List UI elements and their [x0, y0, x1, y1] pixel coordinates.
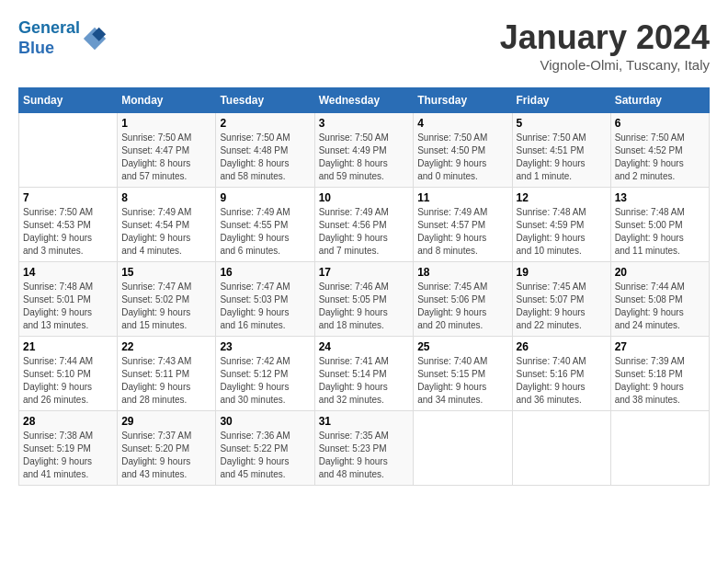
day-detail: Sunrise: 7:49 AM Sunset: 4:57 PM Dayligh… — [417, 206, 507, 258]
day-detail: Sunrise: 7:49 AM Sunset: 4:55 PM Dayligh… — [220, 206, 310, 258]
calendar-cell — [19, 113, 118, 188]
day-detail: Sunrise: 7:40 AM Sunset: 5:16 PM Dayligh… — [517, 355, 607, 407]
calendar-cell: 8Sunrise: 7:49 AM Sunset: 4:54 PM Daylig… — [118, 188, 216, 262]
calendar-week-row: 14Sunrise: 7:48 AM Sunset: 5:01 PM Dayli… — [19, 262, 710, 337]
day-number: 27 — [615, 340, 705, 353]
weekday-header-cell: Saturday — [610, 88, 709, 113]
logo: General Blue — [18, 18, 108, 58]
day-number: 3 — [319, 117, 410, 130]
day-detail: Sunrise: 7:44 AM Sunset: 5:10 PM Dayligh… — [23, 355, 113, 407]
day-number: 30 — [220, 415, 310, 428]
calendar-cell: 12Sunrise: 7:48 AM Sunset: 4:59 PM Dayli… — [512, 188, 610, 262]
calendar-cell: 22Sunrise: 7:43 AM Sunset: 5:11 PM Dayli… — [118, 337, 216, 411]
calendar-week-row: 28Sunrise: 7:38 AM Sunset: 5:19 PM Dayli… — [19, 411, 710, 486]
calendar-cell: 13Sunrise: 7:48 AM Sunset: 5:00 PM Dayli… — [610, 188, 709, 262]
calendar-cell: 6Sunrise: 7:50 AM Sunset: 4:52 PM Daylig… — [610, 113, 709, 188]
calendar-cell: 3Sunrise: 7:50 AM Sunset: 4:49 PM Daylig… — [314, 113, 414, 188]
day-number: 25 — [417, 340, 507, 353]
calendar-week-row: 21Sunrise: 7:44 AM Sunset: 5:10 PM Dayli… — [19, 337, 710, 411]
day-detail: Sunrise: 7:50 AM Sunset: 4:49 PM Dayligh… — [319, 132, 410, 183]
day-number: 23 — [220, 340, 310, 353]
day-detail: Sunrise: 7:36 AM Sunset: 5:22 PM Dayligh… — [220, 430, 310, 481]
calendar-cell: 28Sunrise: 7:38 AM Sunset: 5:19 PM Dayli… — [19, 411, 118, 486]
day-detail: Sunrise: 7:47 AM Sunset: 5:03 PM Dayligh… — [220, 281, 310, 332]
weekday-header-cell: Friday — [512, 88, 610, 113]
day-detail: Sunrise: 7:35 AM Sunset: 5:23 PM Dayligh… — [319, 430, 410, 481]
calendar-cell: 7Sunrise: 7:50 AM Sunset: 4:53 PM Daylig… — [19, 188, 118, 262]
day-number: 28 — [23, 415, 113, 428]
day-number: 29 — [121, 415, 211, 428]
calendar-week-row: 1Sunrise: 7:50 AM Sunset: 4:47 PM Daylig… — [19, 113, 710, 188]
day-detail: Sunrise: 7:48 AM Sunset: 4:59 PM Dayligh… — [517, 206, 607, 258]
day-number: 18 — [417, 266, 507, 279]
day-detail: Sunrise: 7:41 AM Sunset: 5:14 PM Dayligh… — [319, 355, 410, 407]
day-number: 26 — [517, 340, 607, 353]
calendar-cell: 31Sunrise: 7:35 AM Sunset: 5:23 PM Dayli… — [314, 411, 414, 486]
day-number: 17 — [319, 266, 410, 279]
svg-marker-0 — [84, 27, 106, 49]
day-number: 21 — [23, 340, 113, 353]
day-detail: Sunrise: 7:42 AM Sunset: 5:12 PM Dayligh… — [220, 355, 310, 407]
day-number: 19 — [517, 266, 607, 279]
location-subtitle: Vignole-Olmi, Tuscany, Italy — [500, 57, 710, 73]
day-detail: Sunrise: 7:50 AM Sunset: 4:53 PM Dayligh… — [23, 206, 113, 258]
day-number: 4 — [417, 117, 507, 130]
page-header: General Blue January 2024 Vignole-Olmi, … — [18, 18, 710, 73]
weekday-header-cell: Tuesday — [216, 88, 314, 113]
calendar-cell: 21Sunrise: 7:44 AM Sunset: 5:10 PM Dayli… — [19, 337, 118, 411]
calendar-cell: 10Sunrise: 7:49 AM Sunset: 4:56 PM Dayli… — [314, 188, 414, 262]
calendar-cell — [512, 411, 610, 486]
weekday-header-cell: Wednesday — [314, 88, 414, 113]
weekday-header-cell: Sunday — [19, 88, 118, 113]
calendar-cell: 19Sunrise: 7:45 AM Sunset: 5:07 PM Dayli… — [512, 262, 610, 337]
calendar-cell: 14Sunrise: 7:48 AM Sunset: 5:01 PM Dayli… — [19, 262, 118, 337]
day-number: 2 — [220, 117, 310, 130]
calendar-cell: 5Sunrise: 7:50 AM Sunset: 4:51 PM Daylig… — [512, 113, 610, 188]
calendar-cell: 24Sunrise: 7:41 AM Sunset: 5:14 PM Dayli… — [314, 337, 414, 411]
day-detail: Sunrise: 7:38 AM Sunset: 5:19 PM Dayligh… — [23, 430, 113, 481]
day-number: 13 — [615, 191, 705, 204]
calendar-cell: 23Sunrise: 7:42 AM Sunset: 5:12 PM Dayli… — [216, 337, 314, 411]
calendar-body: 1Sunrise: 7:50 AM Sunset: 4:47 PM Daylig… — [19, 113, 710, 486]
calendar-cell: 9Sunrise: 7:49 AM Sunset: 4:55 PM Daylig… — [216, 188, 314, 262]
day-detail: Sunrise: 7:49 AM Sunset: 4:56 PM Dayligh… — [319, 206, 410, 258]
day-number: 12 — [517, 191, 607, 204]
calendar-cell: 2Sunrise: 7:50 AM Sunset: 4:48 PM Daylig… — [216, 113, 314, 188]
day-number: 10 — [319, 191, 410, 204]
day-number: 9 — [220, 191, 310, 204]
calendar-cell: 27Sunrise: 7:39 AM Sunset: 5:18 PM Dayli… — [610, 337, 709, 411]
day-detail: Sunrise: 7:50 AM Sunset: 4:52 PM Dayligh… — [615, 132, 705, 183]
weekday-header-cell: Thursday — [414, 88, 512, 113]
calendar-cell: 16Sunrise: 7:47 AM Sunset: 5:03 PM Dayli… — [216, 262, 314, 337]
calendar-cell: 1Sunrise: 7:50 AM Sunset: 4:47 PM Daylig… — [118, 113, 216, 188]
day-detail: Sunrise: 7:50 AM Sunset: 4:50 PM Dayligh… — [417, 132, 507, 183]
calendar-cell: 11Sunrise: 7:49 AM Sunset: 4:57 PM Dayli… — [414, 188, 512, 262]
day-number: 15 — [121, 266, 211, 279]
calendar-cell: 29Sunrise: 7:37 AM Sunset: 5:20 PM Dayli… — [118, 411, 216, 486]
calendar-cell: 4Sunrise: 7:50 AM Sunset: 4:50 PM Daylig… — [414, 113, 512, 188]
day-detail: Sunrise: 7:46 AM Sunset: 5:05 PM Dayligh… — [319, 281, 410, 332]
day-detail: Sunrise: 7:39 AM Sunset: 5:18 PM Dayligh… — [615, 355, 705, 407]
day-detail: Sunrise: 7:50 AM Sunset: 4:51 PM Dayligh… — [517, 132, 607, 183]
title-block: January 2024 Vignole-Olmi, Tuscany, Ital… — [500, 18, 710, 73]
day-detail: Sunrise: 7:40 AM Sunset: 5:15 PM Dayligh… — [417, 355, 507, 407]
day-detail: Sunrise: 7:48 AM Sunset: 5:00 PM Dayligh… — [615, 206, 705, 258]
day-number: 11 — [417, 191, 507, 204]
day-detail: Sunrise: 7:45 AM Sunset: 5:07 PM Dayligh… — [517, 281, 607, 332]
day-number: 7 — [23, 191, 113, 204]
calendar-cell: 20Sunrise: 7:44 AM Sunset: 5:08 PM Dayli… — [610, 262, 709, 337]
day-number: 24 — [319, 340, 410, 353]
calendar-cell: 15Sunrise: 7:47 AM Sunset: 5:02 PM Dayli… — [118, 262, 216, 337]
day-detail: Sunrise: 7:48 AM Sunset: 5:01 PM Dayligh… — [23, 281, 113, 332]
day-detail: Sunrise: 7:44 AM Sunset: 5:08 PM Dayligh… — [615, 281, 705, 332]
calendar-cell — [610, 411, 709, 486]
day-number: 14 — [23, 266, 113, 279]
day-number: 6 — [615, 117, 705, 130]
day-detail: Sunrise: 7:49 AM Sunset: 4:54 PM Dayligh… — [121, 206, 211, 258]
logo-text: General Blue — [18, 18, 80, 58]
weekday-header-row: SundayMondayTuesdayWednesdayThursdayFrid… — [19, 88, 710, 113]
weekday-header-cell: Monday — [118, 88, 216, 113]
day-detail: Sunrise: 7:37 AM Sunset: 5:20 PM Dayligh… — [121, 430, 211, 481]
day-number: 8 — [121, 191, 211, 204]
day-number: 20 — [615, 266, 705, 279]
